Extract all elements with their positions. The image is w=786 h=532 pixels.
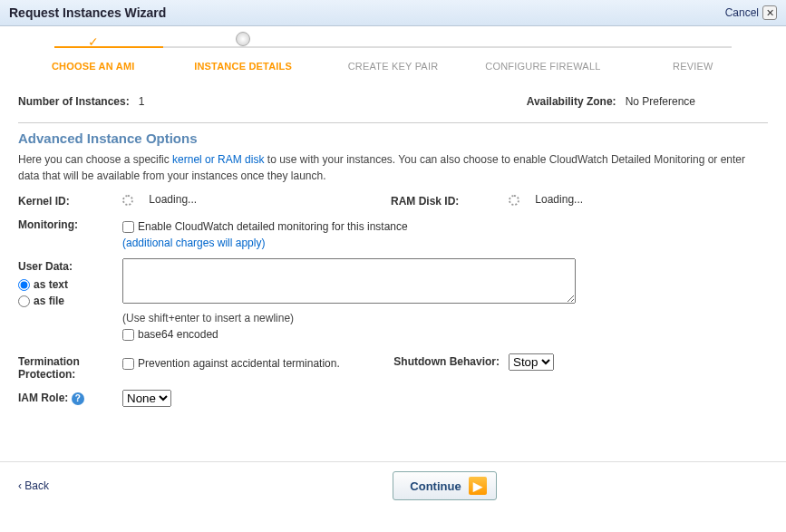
kernel-id-value: Loading... [149,193,197,206]
section-title: Advanced Instance Options [18,131,768,146]
kernel-id-label: Kernel ID: [18,193,113,208]
base64-checkbox[interactable] [122,329,134,341]
step-create-key-pair[interactable]: CREATE KEY PAIR [318,39,468,72]
userdata-as-text-radio[interactable] [18,279,30,291]
termination-checkbox[interactable] [122,358,134,370]
intro-text: Here you can choose a specific kernel or… [18,151,768,184]
step-knob-icon [236,32,250,46]
arrow-right-icon: ▶ [469,477,487,495]
back-link[interactable]: Back [18,479,49,492]
base64-label: base64 encoded [138,328,218,341]
spinner-icon [509,195,519,206]
step-choose-ami[interactable]: ✓ CHOOSE AN AMI [18,39,168,72]
shutdown-select[interactable]: Stop [509,353,554,371]
shutdown-label: Shutdown Behavior: [391,353,500,368]
step-review[interactable]: REVIEW [618,39,768,72]
additional-charges-link[interactable]: (additional charges will apply) [122,237,265,249]
num-instances-label: Number of Instances: [18,95,130,108]
monitoring-label: Monitoring: [18,217,113,231]
continue-label: Continue [410,479,461,493]
spinner-icon [122,195,133,206]
userdata-as-text-label: as text [34,278,68,291]
availability-zone-value: No Preference [626,95,695,108]
userdata-as-file-label: as file [34,295,64,307]
userdata-hint: (Use shift+enter to insert a newline) [122,312,768,324]
step-instance-details[interactable]: INSTANCE DETAILS [168,39,317,72]
check-icon: ✓ [88,34,99,49]
monitoring-checkbox[interactable] [122,221,134,233]
monitoring-checkbox-label: Enable CloudWatch detailed monitoring fo… [138,220,408,233]
termination-label: Termination Protection: [18,353,113,381]
dialog-title: Request Instances Wizard [9,5,166,20]
user-data-label: User Data: as text as file [18,258,113,311]
availability-zone-label: Availability Zone: [527,95,616,108]
iam-role-select[interactable]: None [122,390,171,407]
userdata-as-file-radio[interactable] [18,295,30,307]
step-configure-firewall[interactable]: CONFIGURE FIREWALL [468,39,617,72]
cancel-link[interactable]: Cancel [725,6,759,19]
kernel-ramdisk-link[interactable]: kernel or RAM disk [172,153,264,166]
num-instances-value: 1 [139,95,145,108]
ramdisk-id-value: Loading... [535,193,583,206]
ramdisk-id-label: RAM Disk ID: [391,193,500,208]
continue-button[interactable]: Continue ▶ [393,471,496,500]
wizard-steps: ✓ CHOOSE AN AMI INSTANCE DETAILS CREATE … [0,26,786,79]
close-icon[interactable]: ✕ [762,5,777,20]
userdata-textarea[interactable] [122,258,576,304]
help-icon[interactable]: ? [72,392,84,405]
iam-role-label: IAM Role: ? [18,390,113,405]
termination-checkbox-label: Prevention against accidental terminatio… [138,357,340,370]
